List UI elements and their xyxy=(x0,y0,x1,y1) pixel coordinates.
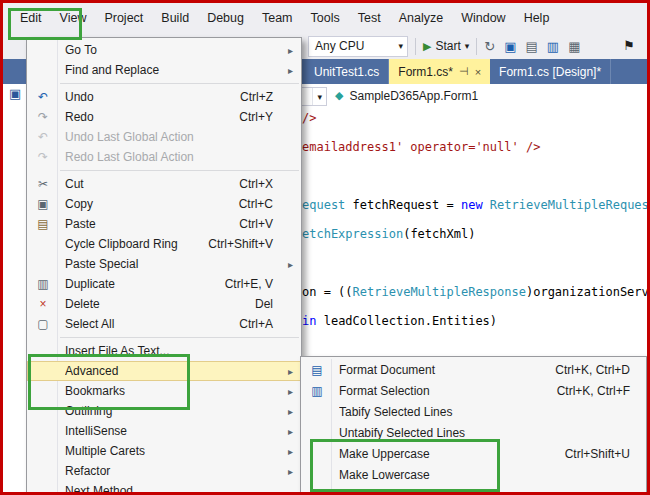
menu-item-select-all[interactable]: ▢Select AllCtrl+A xyxy=(27,314,301,334)
menu-item-copy[interactable]: ▣CopyCtrl+C xyxy=(27,194,301,214)
window-layout-icon[interactable]: ▤ xyxy=(526,40,538,53)
submenu-arrow-icon: ▸ xyxy=(288,426,293,437)
platform-dropdown[interactable]: Any CPU ▾ xyxy=(308,36,408,57)
menu-item-next-method[interactable]: Next Method xyxy=(27,481,301,495)
menu-item-shortcut: Ctrl+A xyxy=(239,317,273,331)
code-token: etchExpression xyxy=(302,227,403,241)
menu-item-label: Cut xyxy=(65,177,239,191)
menu-item-redo[interactable]: ↷RedoCtrl+Y xyxy=(27,107,301,127)
undo-icon: ↶ xyxy=(32,91,54,103)
code-token: /> xyxy=(302,111,316,125)
menu-item-make-uppercase[interactable]: Make UppercaseCtrl+Shift+U xyxy=(301,443,646,464)
redo-icon: ↷ xyxy=(32,111,54,123)
menubar-item-team[interactable]: Team xyxy=(253,7,302,29)
toolbar-row: Any CPU ▾ ▶ Start ▾ ↻▣▤▥▦ xyxy=(308,33,580,59)
menu-item-duplicate[interactable]: ▥DuplicateCtrl+E, V xyxy=(27,274,301,294)
menu-item-redo-last-global-action: ↷Redo Last Global Action xyxy=(27,147,301,167)
code-token: fetchRequest = xyxy=(345,198,461,212)
tab-unittest1-cs[interactable]: UnitTest1.cs xyxy=(305,59,389,84)
bookmark-icon[interactable]: ⚑ xyxy=(623,38,635,53)
menu-item-shortcut: Ctrl+E, V xyxy=(225,277,273,291)
redo-global-icon: ↷ xyxy=(32,151,54,163)
menu-item-go-to[interactable]: Go To▸ xyxy=(27,40,301,60)
menubar-item-tools[interactable]: Tools xyxy=(302,7,349,29)
menu-item-label: Make Lowercase xyxy=(339,468,634,482)
menu-item-outlining[interactable]: Outlining▸ xyxy=(27,401,301,421)
tab-form1-cs[interactable]: Form1.cs*⊣× xyxy=(389,59,490,84)
menubar-item-build[interactable]: Build xyxy=(152,7,198,29)
menu-item-multiple-carets[interactable]: Multiple Carets▸ xyxy=(27,441,301,461)
toolbox-icon[interactable]: ▣ xyxy=(9,86,21,101)
menu-item-cycle-clipboard-ring[interactable]: Cycle Clipboard RingCtrl+Shift+V xyxy=(27,234,301,254)
menu-item-shortcut: Ctrl+C xyxy=(239,197,273,211)
menu-item-label: IntelliSense xyxy=(65,424,293,438)
code-token: )organizationService.Exe xyxy=(526,285,650,299)
menu-item-undo[interactable]: ↶UndoCtrl+Z xyxy=(27,87,301,107)
submenu-arrow-icon: ▸ xyxy=(288,466,293,477)
menu-item-make-lowercase[interactable]: Make Lowercase xyxy=(301,464,646,485)
copy-icon: ▣ xyxy=(32,198,54,210)
menu-item-shortcut: Ctrl+K, Ctrl+D xyxy=(555,363,630,377)
submenu-arrow-icon: ▸ xyxy=(288,259,293,270)
menu-item-delete[interactable]: ×DeleteDel xyxy=(27,294,301,314)
menu-item-insert-file-as-text[interactable]: Insert File As Text... xyxy=(27,341,301,361)
tab-form1-cs-design[interactable]: Form1.cs [Design]* xyxy=(490,59,611,84)
menu-item-format-selection[interactable]: ▥Format SelectionCtrl+K, Ctrl+F xyxy=(301,380,646,401)
menubar-item-test[interactable]: Test xyxy=(349,7,390,29)
start-button[interactable]: ▶ Start ▾ xyxy=(423,39,469,53)
solution-explorer-icon[interactable]: ▥ xyxy=(547,40,559,53)
menu-item-format-document[interactable]: ▤Format DocumentCtrl+K, Ctrl+D xyxy=(301,359,646,380)
menu-item-advanced[interactable]: Advanced▸ xyxy=(27,361,301,381)
menubar-item-project[interactable]: Project xyxy=(95,7,152,29)
menubar: EditViewProjectBuildDebugTeamToolsTestAn… xyxy=(3,3,647,33)
code-line: on = ((RetrieveMultipleResponse)organiza… xyxy=(302,278,647,307)
class-dropdown-value: SampleD365App.Form1 xyxy=(349,89,478,103)
menu-item-paste[interactable]: ▤PasteCtrl+V xyxy=(27,214,301,234)
menubar-item-analyze[interactable]: Analyze xyxy=(390,7,452,29)
menu-item-untabify-selected-lines[interactable]: Untabify Selected Lines xyxy=(301,422,646,443)
duplicate-icon: ▥ xyxy=(32,278,54,290)
platform-dropdown-value: Any CPU xyxy=(315,39,364,53)
menubar-item-debug[interactable]: Debug xyxy=(198,7,253,29)
submenu-arrow-icon: ▸ xyxy=(288,366,293,377)
menu-item-paste-special[interactable]: Paste Special▸ xyxy=(27,254,301,274)
breakpoints-icon[interactable]: ▣ xyxy=(504,40,516,53)
code-line: /> xyxy=(302,104,647,133)
submenu-arrow-icon: ▸ xyxy=(288,45,293,56)
menu-item-move-selected-lines-up[interactable]: Move Selected Lines Up xyxy=(301,485,646,495)
menu-item-shortcut: Ctrl+Y xyxy=(239,110,273,124)
menubar-item-view[interactable]: View xyxy=(51,7,96,29)
code-line: emailaddress1' operator='null' /> xyxy=(302,133,647,162)
menu-item-label: Next Method xyxy=(65,484,293,495)
cut-icon: ✂ xyxy=(32,178,54,190)
menu-item-tabify-selected-lines[interactable]: Tabify Selected Lines xyxy=(301,401,646,422)
menu-item-refactor[interactable]: Refactor▸ xyxy=(27,461,301,481)
delete-icon: × xyxy=(32,298,54,310)
menubar-item-help[interactable]: Help xyxy=(515,7,559,29)
code-line: equest fetchRequest = new RetrieveMultip… xyxy=(302,191,647,220)
submenu-arrow-icon: ▸ xyxy=(288,386,293,397)
menu-item-label: Delete xyxy=(65,297,255,311)
menu-item-find-and-replace[interactable]: Find and Replace▸ xyxy=(27,60,301,80)
chevron-down-icon[interactable]: ▾ xyxy=(465,41,470,51)
menu-item-undo-last-global-action: ↶Undo Last Global Action xyxy=(27,127,301,147)
class-dropdown[interactable]: ◆ SampleD365App.Form1 xyxy=(335,87,478,104)
menu-item-cut[interactable]: ✂CutCtrl+X xyxy=(27,174,301,194)
code-token: RetrieveMultipleResponse xyxy=(353,285,526,299)
attach-to-process-icon[interactable]: ↻ xyxy=(484,40,495,53)
menu-item-shortcut: Del xyxy=(255,297,273,311)
close-icon[interactable]: × xyxy=(475,66,481,78)
code-line xyxy=(302,249,647,278)
menubar-item-edit[interactable]: Edit xyxy=(11,7,51,29)
menu-item-intellisense[interactable]: IntelliSense▸ xyxy=(27,421,301,441)
pin-icon[interactable]: ⊣ xyxy=(459,65,469,78)
menu-separator xyxy=(60,337,299,338)
menubar-item-window[interactable]: Window xyxy=(452,7,514,29)
toolbar-separator xyxy=(476,38,477,55)
menu-item-label: Undo Last Global Action xyxy=(65,130,293,144)
properties-window-icon[interactable]: ▦ xyxy=(568,40,580,53)
menu-item-label: Find and Replace xyxy=(65,63,293,77)
menu-item-bookmarks[interactable]: Bookmarks▸ xyxy=(27,381,301,401)
code-token: in xyxy=(302,314,316,328)
code-line xyxy=(302,162,647,191)
